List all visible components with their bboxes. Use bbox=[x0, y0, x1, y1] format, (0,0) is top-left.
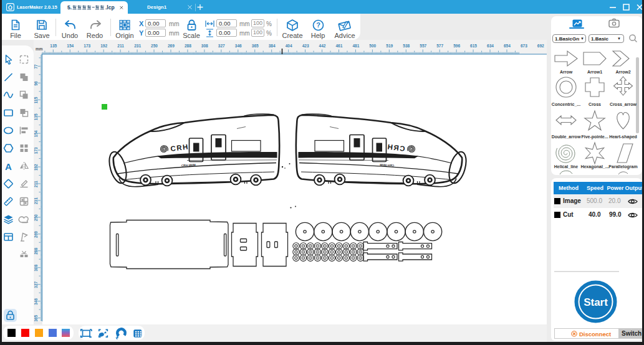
svg-text:500: 500 bbox=[369, 44, 376, 48]
svg-text:577: 577 bbox=[436, 44, 443, 48]
svg-text:538: 538 bbox=[403, 44, 410, 48]
svg-text:481: 481 bbox=[352, 44, 359, 48]
svg-text:.lcp: .lcp bbox=[105, 4, 115, 11]
svg-text:154: 154 bbox=[67, 44, 74, 48]
svg-text:692: 692 bbox=[537, 44, 544, 48]
svg-text:Five-pointe...: Five-pointe... bbox=[581, 135, 608, 139]
svg-text:?: ? bbox=[316, 21, 320, 29]
svg-text:CRH: CRH bbox=[387, 143, 406, 152]
svg-text:404: 404 bbox=[286, 44, 292, 48]
svg-text:231: 231 bbox=[134, 44, 141, 48]
svg-text:308: 308 bbox=[34, 265, 38, 272]
svg-text:Arrow1: Arrow1 bbox=[587, 70, 602, 74]
svg-text:211: 211 bbox=[34, 181, 38, 187]
svg-text:250: 250 bbox=[34, 214, 38, 221]
svg-text:308: 308 bbox=[201, 44, 208, 48]
svg-text:A: A bbox=[5, 161, 12, 172]
svg-text:673: 673 bbox=[521, 44, 527, 48]
svg-text:327: 327 bbox=[218, 44, 225, 48]
svg-text:5.: 5. bbox=[67, 4, 72, 11]
svg-text:192: 192 bbox=[100, 44, 107, 48]
svg-text:634: 634 bbox=[487, 44, 494, 48]
svg-text:Concentric_...: Concentric_... bbox=[552, 102, 580, 106]
svg-text:384: 384 bbox=[269, 44, 276, 48]
svg-text:557: 557 bbox=[420, 44, 426, 48]
svg-text:154: 154 bbox=[34, 130, 38, 137]
svg-text:365: 365 bbox=[34, 314, 38, 321]
svg-text:Cross_arrow: Cross_arrow bbox=[610, 102, 637, 106]
svg-text:173: 173 bbox=[34, 147, 38, 154]
svg-text:Heart-shaped: Heart-shaped bbox=[609, 135, 637, 139]
svg-text:Cross: Cross bbox=[589, 102, 601, 106]
svg-text:Helical_line: Helical_line bbox=[554, 164, 579, 169]
svg-text:519: 519 bbox=[386, 44, 393, 48]
svg-text:211: 211 bbox=[117, 44, 124, 48]
svg-text:654: 654 bbox=[504, 44, 511, 48]
svg-text:346: 346 bbox=[235, 44, 242, 48]
svg-text:Hexagonal_...: Hexagonal_... bbox=[580, 164, 608, 169]
svg-text:Arrow: Arrow bbox=[560, 70, 573, 74]
svg-text:288: 288 bbox=[185, 44, 191, 48]
svg-text:346: 346 bbox=[34, 298, 38, 305]
svg-text:596: 596 bbox=[453, 44, 460, 48]
svg-text:442: 442 bbox=[319, 44, 326, 48]
svg-text:Start: Start bbox=[584, 296, 608, 308]
svg-text:77: 77 bbox=[34, 64, 38, 69]
svg-text:327: 327 bbox=[34, 281, 38, 288]
svg-text:115: 115 bbox=[34, 97, 38, 103]
svg-text:269: 269 bbox=[168, 44, 175, 48]
svg-text:Arrow2: Arrow2 bbox=[615, 70, 630, 74]
svg-text:135: 135 bbox=[34, 113, 38, 120]
svg-text:615: 615 bbox=[470, 44, 477, 48]
svg-text:173: 173 bbox=[84, 44, 90, 48]
svg-text:250: 250 bbox=[151, 44, 158, 48]
svg-text:423: 423 bbox=[302, 44, 309, 48]
svg-text:192: 192 bbox=[34, 164, 38, 171]
svg-text:Double_arrow: Double_arrow bbox=[552, 135, 581, 139]
svg-text:269: 269 bbox=[34, 231, 38, 238]
svg-text:96: 96 bbox=[34, 81, 38, 86]
svg-text:288: 288 bbox=[34, 248, 38, 255]
svg-text:461: 461 bbox=[335, 44, 342, 48]
svg-text:365: 365 bbox=[252, 44, 259, 48]
svg-text:CRH: CRH bbox=[170, 143, 190, 152]
svg-text:231: 231 bbox=[34, 197, 38, 204]
svg-text:135: 135 bbox=[50, 44, 57, 48]
svg-text:mm: mm bbox=[36, 47, 43, 51]
svg-text:Parallelogram: Parallelogram bbox=[608, 164, 637, 169]
